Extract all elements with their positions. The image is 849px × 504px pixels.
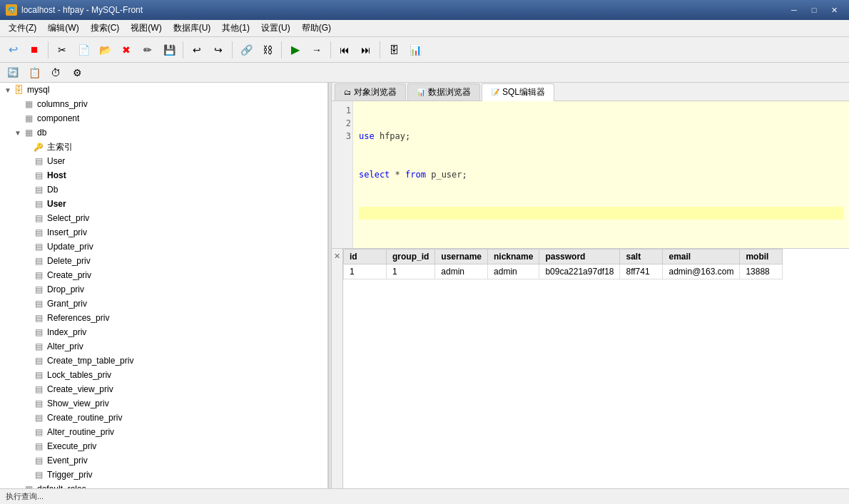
tree-item-index-priv[interactable]: ▤ Index_priv bbox=[0, 325, 327, 339]
toolbar-secondary: 🔄 📋 ⏱ ⚙ bbox=[0, 63, 849, 83]
tree-item-trigger-priv[interactable]: ▤ Trigger_priv bbox=[0, 468, 327, 482]
toolbar2-copy[interactable]: 📋 bbox=[24, 63, 44, 83]
tree-item-references-priv[interactable]: ▤ References_priv bbox=[0, 311, 327, 325]
tree-item-primary-key[interactable]: 🔑 主索引 bbox=[0, 140, 327, 154]
tree-item-default-roles[interactable]: ▦ default_roles bbox=[0, 482, 327, 488]
toolbar2-refresh[interactable]: 🔄 bbox=[3, 63, 23, 83]
menu-settings[interactable]: 设置(U) bbox=[255, 20, 296, 36]
tree-label-show-view-priv: Show_view_priv bbox=[47, 398, 109, 408]
field-icon: ▤ bbox=[33, 255, 44, 267]
cell-group-id: 1 bbox=[387, 264, 435, 279]
tab-data-browser[interactable]: 📊 数据浏览器 bbox=[407, 83, 480, 101]
tree-item-create-routine-priv[interactable]: ▤ Create_routine_priv bbox=[0, 411, 327, 425]
menu-help[interactable]: 帮助(G) bbox=[296, 20, 337, 36]
menu-file[interactable]: 文件(Z) bbox=[3, 20, 42, 36]
toolbar-undo[interactable]: ↩ bbox=[187, 40, 207, 60]
tree-item-columns-priv[interactable]: ▦ columns_priv bbox=[0, 97, 327, 111]
tree-label-create-tmp-priv: Create_tmp_table_priv bbox=[47, 356, 133, 366]
object-browser-icon: 🗂 bbox=[344, 88, 351, 96]
sql-editor[interactable]: 1 2 3 use hfpay; select * from p_user; bbox=[332, 101, 849, 249]
toolbar-edit[interactable]: ✏ bbox=[138, 40, 158, 60]
results-wrapper[interactable]: id group_id username nickname password s… bbox=[343, 249, 849, 488]
toolbar-run[interactable]: ▶ bbox=[285, 40, 305, 60]
sql-content[interactable]: use hfpay; select * from p_user; bbox=[353, 101, 849, 248]
tab-sql-editor[interactable]: 📝 SQL编辑器 bbox=[482, 83, 554, 101]
toolbar-save[interactable]: 💾 bbox=[159, 40, 179, 60]
tree-item-alter-routine-priv[interactable]: ▤ Alter_routine_priv bbox=[0, 425, 327, 439]
table-row[interactable]: 1 1 admin admin b09ca221a97df18 8ff741 a… bbox=[344, 264, 783, 279]
cell-username: admin bbox=[435, 264, 488, 279]
tree-toggle-db[interactable]: ▼ bbox=[13, 129, 23, 137]
field-icon: ▤ bbox=[33, 469, 44, 480]
toolbar-last[interactable]: ⏭ bbox=[356, 40, 376, 60]
tree-item-show-view-priv[interactable]: ▤ Show_view_priv bbox=[0, 396, 327, 411]
tree-toggle bbox=[23, 257, 33, 265]
tree-item-mysql[interactable]: ▼ 🗄 mysql bbox=[0, 83, 327, 97]
toolbar-stop[interactable]: ⏹ bbox=[24, 40, 44, 60]
menu-edit[interactable]: 编辑(W) bbox=[42, 20, 84, 36]
tree-toggle bbox=[13, 115, 23, 123]
toolbar-delete[interactable]: ✖ bbox=[116, 40, 136, 60]
tree-item-user-bold[interactable]: ▤ User bbox=[0, 197, 327, 211]
tab-object-browser[interactable]: 🗂 对象浏览器 bbox=[335, 83, 406, 101]
toolbar2-time[interactable]: ⏱ bbox=[46, 63, 66, 83]
menu-view[interactable]: 视图(W) bbox=[125, 20, 167, 36]
toolbar2-settings[interactable]: ⚙ bbox=[67, 63, 87, 83]
right-panel: 🗂 对象浏览器 📊 数据浏览器 📝 SQL编辑器 1 2 3 use hfpay… bbox=[332, 83, 849, 488]
close-button[interactable]: ✕ bbox=[825, 3, 843, 17]
maximize-button[interactable]: □ bbox=[805, 3, 823, 17]
field-icon: ▤ bbox=[33, 198, 44, 210]
tree-toggle bbox=[23, 300, 33, 308]
tree-item-create-priv[interactable]: ▤ Create_priv bbox=[0, 268, 327, 282]
tree-item-drop-priv[interactable]: ▤ Drop_priv bbox=[0, 282, 327, 297]
tree-label-db: db bbox=[37, 128, 46, 138]
tree-container[interactable]: ▼ 🗄 mysql ▦ columns_priv ▦ component bbox=[0, 83, 327, 488]
tree-toggle-mysql[interactable]: ▼ bbox=[3, 86, 13, 94]
results-close-button[interactable]: ✕ bbox=[332, 249, 343, 488]
tree-item-db-field[interactable]: ▤ Db bbox=[0, 182, 327, 197]
tree-item-event-priv[interactable]: ▤ Event_priv bbox=[0, 453, 327, 468]
toolbar-redo[interactable]: ↪ bbox=[208, 40, 228, 60]
tree-label-delete-priv: Delete_priv bbox=[47, 256, 91, 266]
menu-search[interactable]: 搜索(C) bbox=[85, 20, 126, 36]
tree-label-db-field: Db bbox=[47, 185, 58, 195]
sql-line-3 bbox=[359, 207, 843, 220]
tree-item-execute-priv[interactable]: ▤ Execute_priv bbox=[0, 439, 327, 453]
tree-item-select-priv[interactable]: ▤ Select_priv bbox=[0, 211, 327, 225]
tree-toggle bbox=[23, 215, 33, 222]
toolbar-new[interactable]: 📄 bbox=[73, 40, 93, 60]
tree-item-create-view-priv[interactable]: ▤ Create_view_priv bbox=[0, 382, 327, 396]
tree-item-update-priv[interactable]: ▤ Update_priv bbox=[0, 240, 327, 254]
tree-toggle bbox=[23, 314, 33, 322]
toolbar-link2[interactable]: ⛓ bbox=[258, 40, 278, 60]
tree-item-alter-priv[interactable]: ▤ Alter_priv bbox=[0, 339, 327, 354]
tree-toggle bbox=[23, 286, 33, 294]
toolbar-cut[interactable]: ✂ bbox=[52, 40, 72, 60]
window-title: localhost - hfpay - MySQL-Front bbox=[21, 5, 143, 15]
tree-item-insert-priv[interactable]: ▤ Insert_priv bbox=[0, 225, 327, 240]
tree-item-db[interactable]: ▼ ▦ db bbox=[0, 125, 327, 140]
tree-toggle bbox=[23, 428, 33, 436]
field-icon: ▤ bbox=[33, 284, 44, 295]
tree-item-component[interactable]: ▦ component bbox=[0, 111, 327, 125]
toolbar-first[interactable]: ⏮ bbox=[335, 40, 355, 60]
toolbar-db[interactable]: 🗄 bbox=[384, 40, 404, 60]
menu-other[interactable]: 其他(1) bbox=[216, 20, 255, 36]
tree-item-lock-tables-priv[interactable]: ▤ Lock_tables_priv bbox=[0, 368, 327, 382]
menu-database[interactable]: 数据库(U) bbox=[168, 20, 217, 36]
toolbar-open[interactable]: 📂 bbox=[95, 40, 115, 60]
tree-item-host[interactable]: ▤ Host bbox=[0, 168, 327, 182]
tree-item-create-tmp-priv[interactable]: ▤ Create_tmp_table_priv bbox=[0, 354, 327, 368]
col-password: password bbox=[539, 250, 620, 264]
tree-item-grant-priv[interactable]: ▤ Grant_priv bbox=[0, 297, 327, 311]
tree-label-insert-priv: Insert_priv bbox=[47, 227, 87, 237]
tree-item-user-field[interactable]: ▤ User bbox=[0, 154, 327, 168]
toolbar-refresh[interactable]: ↩ bbox=[3, 40, 23, 60]
tree-item-delete-priv[interactable]: ▤ Delete_priv bbox=[0, 254, 327, 268]
menubar: 文件(Z) 编辑(W) 搜索(C) 视图(W) 数据库(U) 其他(1) 设置(… bbox=[0, 20, 849, 37]
toolbar-table[interactable]: 📊 bbox=[405, 40, 425, 60]
col-salt: salt bbox=[620, 250, 663, 264]
minimize-button[interactable]: ─ bbox=[785, 3, 803, 17]
toolbar-link1[interactable]: 🔗 bbox=[236, 40, 256, 60]
toolbar-execute[interactable]: → bbox=[307, 40, 327, 60]
